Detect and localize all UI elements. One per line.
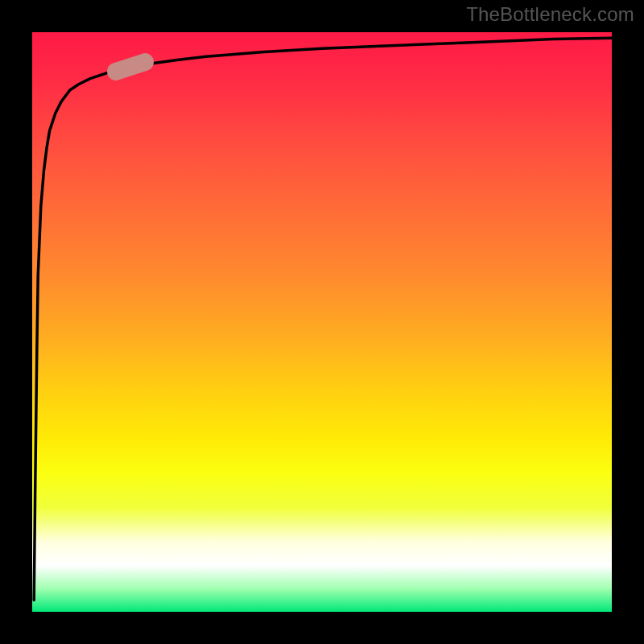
chart-frame: TheBottleneck.com: [0, 0, 644, 644]
curve-path: [34, 38, 612, 600]
watermark-text: TheBottleneck.com: [466, 3, 634, 26]
plot-area: [32, 32, 612, 612]
curve-layer: [32, 32, 612, 612]
